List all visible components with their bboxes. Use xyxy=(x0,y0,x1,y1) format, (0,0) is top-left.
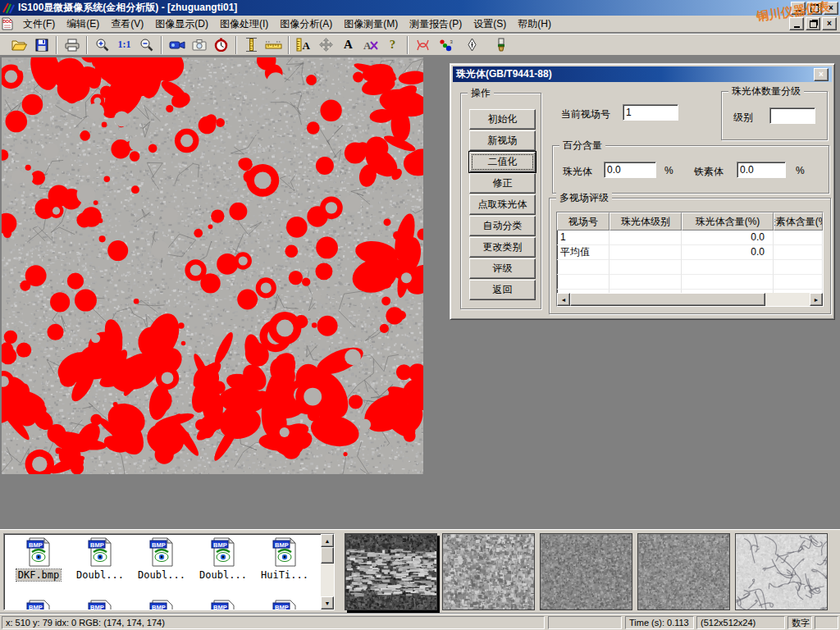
ruler-label-button[interactable]: A xyxy=(293,35,315,55)
menu-image-display[interactable]: 图像显示(D) xyxy=(149,16,214,33)
menu-measure-report[interactable]: 测量报告(P) xyxy=(404,16,468,33)
menu-image-processing[interactable]: 图像处理(I) xyxy=(214,16,274,33)
current-field-input[interactable] xyxy=(623,104,678,121)
text-tool-button[interactable]: A xyxy=(337,35,359,55)
menu-settings[interactable]: 设置(S) xyxy=(468,16,512,33)
toolbar-separator xyxy=(288,36,290,54)
file-name[interactable]: DKF.bmp xyxy=(16,569,62,581)
thumbnail-5[interactable] xyxy=(735,533,828,610)
pearlite-percent-input[interactable] xyxy=(604,162,656,178)
photo-capture-button[interactable] xyxy=(188,35,210,55)
file-item[interactable]: BMP xyxy=(9,600,68,610)
file-name[interactable]: Doubl... xyxy=(75,569,126,581)
scroll-up-icon[interactable]: ▲ xyxy=(321,534,334,547)
table-row-empty xyxy=(557,275,823,290)
file-name[interactable]: Doubl... xyxy=(136,569,187,581)
grade-group: 珠光体数量分级 级别 xyxy=(721,91,828,140)
cell: 1 xyxy=(557,231,609,245)
menu-edit[interactable]: 编辑(E) xyxy=(61,16,105,33)
scrollbar-thumb[interactable] xyxy=(321,547,334,564)
status-empty xyxy=(815,616,838,629)
save-button[interactable] xyxy=(30,35,52,55)
table-row[interactable]: 平均值 0.0 xyxy=(557,245,823,260)
table-row[interactable]: 1 0.0 xyxy=(557,231,823,245)
stopwatch-button[interactable] xyxy=(210,35,232,55)
return-button[interactable]: 返回 xyxy=(469,280,536,300)
svg-text:BMP: BMP xyxy=(275,604,289,611)
thumbnail-2[interactable] xyxy=(442,533,535,610)
document-icon[interactable]: DOC xyxy=(2,17,14,30)
mdi-close-button[interactable]: × xyxy=(822,17,837,30)
scrollbar-thumb[interactable] xyxy=(570,293,765,306)
file-item[interactable]: BMP xyxy=(255,600,314,610)
ferrite-label: 铁素体 xyxy=(694,165,724,179)
svg-text:3: 3 xyxy=(450,39,453,44)
menu-image-analysis[interactable]: 图像分析(A) xyxy=(274,16,338,33)
rating-table: 视场号 珠光体级别 珠光体含量(%) 铁素体含量(%) 1 0.0 平均值 0.… xyxy=(556,212,824,307)
correct-button[interactable]: 修正 xyxy=(469,173,536,194)
classify-dots-button[interactable]: 3 xyxy=(434,35,456,55)
current-field-label: 当前视场号 xyxy=(561,107,610,121)
file-item[interactable]: BMP DKF.bmp xyxy=(9,537,68,581)
titlebar: IS100显微摄像系统(金相分析版) - [zhuguangti01] × xyxy=(0,0,840,16)
binarize-button[interactable]: 二值化 xyxy=(469,152,536,172)
open-file-button[interactable] xyxy=(8,35,30,55)
file-item[interactable]: BMP xyxy=(132,600,191,610)
mdi-restore-button[interactable] xyxy=(806,17,820,30)
print-button[interactable] xyxy=(61,35,83,55)
curve-tool-button[interactable] xyxy=(412,35,434,55)
svg-text:BMP: BMP xyxy=(152,541,166,549)
file-item[interactable]: BMP Doubl... xyxy=(71,537,130,581)
file-item[interactable]: BMP Doubl... xyxy=(194,537,253,581)
scroll-right-icon[interactable]: ► xyxy=(810,293,823,306)
thumbnail-1[interactable] xyxy=(345,533,437,610)
auto-classify-button[interactable]: 自动分类 xyxy=(469,216,536,236)
scroll-down-icon[interactable]: ▼ xyxy=(321,596,334,609)
new-field-button[interactable]: 新视场 xyxy=(469,130,536,151)
zoom-1-1-button[interactable]: 1:1 xyxy=(113,35,135,55)
menu-help[interactable]: 帮助(H) xyxy=(512,16,557,33)
file-name[interactable]: HuiTi... xyxy=(259,569,310,581)
change-class-button[interactable]: 更改类别 xyxy=(469,237,536,258)
video-capture-button[interactable] xyxy=(166,35,188,55)
menu-file[interactable]: 文件(F) xyxy=(17,16,61,33)
ferrite-percent-input[interactable] xyxy=(737,162,786,178)
rate-button[interactable]: 评级 xyxy=(469,258,536,279)
svg-text:BMP: BMP xyxy=(29,541,43,549)
application-window: IS100显微摄像系统(金相分析版) - [zhuguangti01] × 铜川… xyxy=(0,0,840,630)
bmp-file-icon: BMP xyxy=(25,537,52,567)
help-button[interactable]: ? xyxy=(381,35,404,55)
pick-pearlite-button[interactable]: 点取珠光体 xyxy=(469,194,536,215)
brush-tool-button[interactable] xyxy=(490,35,512,55)
table-header-row: 视场号 珠光体级别 珠光体含量(%) 铁素体含量(%) xyxy=(557,212,823,231)
file-item[interactable]: BMP xyxy=(71,600,130,610)
metallographic-image[interactable] xyxy=(2,57,423,474)
file-item[interactable]: BMP xyxy=(194,600,253,610)
move-tool-button[interactable] xyxy=(315,35,337,55)
file-list-scrollbar[interactable]: ▲ ▼ xyxy=(321,534,334,609)
thumbnail-3[interactable] xyxy=(540,533,632,610)
caliper-vertical-button[interactable] xyxy=(240,35,262,55)
dialog-close-button[interactable]: × xyxy=(814,68,829,81)
bmp-file-icon: BMP xyxy=(210,537,236,567)
menu-view[interactable]: 查看(V) xyxy=(105,16,149,33)
file-item[interactable]: BMP Doubl... xyxy=(132,537,191,581)
init-button[interactable]: 初始化 xyxy=(469,109,536,130)
menu-image-measure[interactable]: 图像测量(M) xyxy=(338,16,404,33)
grade-input[interactable] xyxy=(769,107,815,124)
thumbnail-4[interactable] xyxy=(637,533,730,610)
table-horizontal-scrollbar[interactable]: ◄ ► xyxy=(557,293,823,306)
zoom-in-button[interactable] xyxy=(91,35,113,55)
pen-tool-button[interactable] xyxy=(461,35,483,55)
multifield-group-label: 多视场评级 xyxy=(556,192,612,203)
zoom-out-button[interactable] xyxy=(135,35,158,55)
status-coordinates: x: 510 y: 79 idx: 0 RGB: (174, 174, 174) xyxy=(2,616,545,629)
file-name[interactable]: Doubl... xyxy=(198,569,249,581)
scroll-left-icon[interactable]: ◄ xyxy=(557,293,570,306)
text-delete-tool-button[interactable]: A xyxy=(359,35,381,55)
bmp-file-icon: BMP xyxy=(148,537,175,567)
ruler-horizontal-button[interactable] xyxy=(262,35,285,55)
file-item[interactable]: BMP HuiTi... xyxy=(255,537,314,581)
table-row-empty xyxy=(557,260,823,275)
grade-group-label: 珠光体数量分级 xyxy=(728,85,804,97)
